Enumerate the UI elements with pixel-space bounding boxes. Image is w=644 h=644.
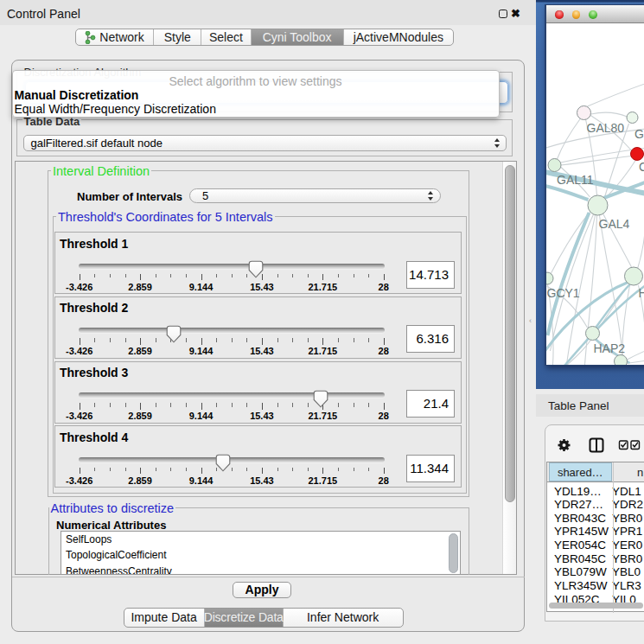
- svg-text:H: H: [639, 286, 644, 300]
- svg-text:GCY1: GCY1: [547, 286, 580, 300]
- svg-text:GAL4: GAL4: [599, 217, 630, 231]
- svg-text:GAL11: GAL11: [557, 173, 594, 187]
- svg-text:GAL80: GAL80: [587, 121, 625, 135]
- svg-text:G.: G.: [634, 127, 644, 141]
- svg-text:HAP2: HAP2: [594, 341, 626, 355]
- svg-text:C: C: [639, 160, 644, 174]
